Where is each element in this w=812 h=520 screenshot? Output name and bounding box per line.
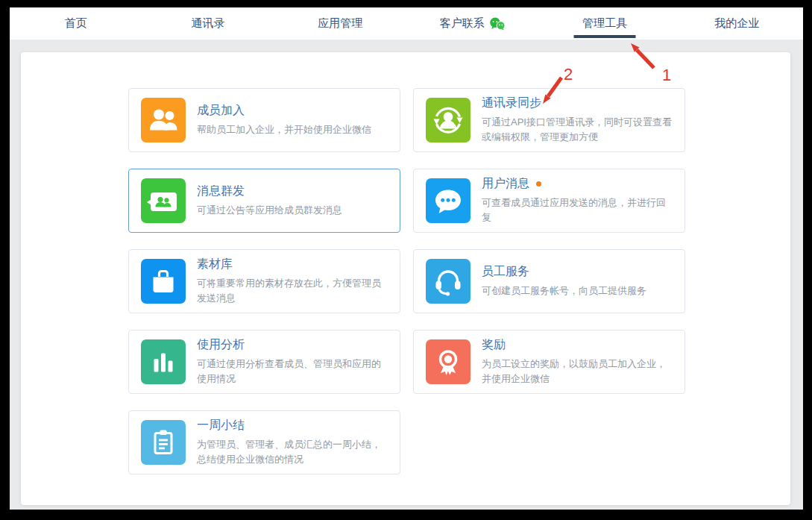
card-text: 一周小结 为管理员、管理者、成员汇总的一周小结，总结使用企业微信的情况	[197, 418, 400, 467]
usage-analysis-icon	[141, 339, 186, 384]
card-text: 通讯录同步 可通过API接口管理通讯录，同时可设置查看或编辑权限，管理更加方便	[482, 95, 684, 145]
card-title: 成员加入	[197, 103, 371, 119]
nav-item-app-management[interactable]: 应用管理	[274, 7, 406, 40]
tools-grid: 成员加入 帮助员工加入企业，并开始使用企业微信	[128, 88, 685, 474]
card-text: 素材库 可将重要常用的素材存放在此，方便管理员发送消息	[197, 257, 400, 306]
card-title: 素材库	[197, 257, 389, 272]
card-text: 使用分析 可通过使用分析查看成员、管理员和应用的使用情况	[197, 337, 400, 386]
card-user-message[interactable]: 用户消息 可查看成员通过应用发送的消息，并进行回复	[413, 169, 685, 233]
card-text: 消息群发 可通过公告等应用给成员群发消息	[197, 184, 353, 218]
card-title: 使用分析	[197, 337, 389, 353]
members-join-icon	[141, 98, 186, 142]
nav-item-contacts[interactable]: 通讯录	[142, 7, 274, 40]
card-title: 一周小结	[197, 418, 389, 433]
weekly-summary-icon	[141, 420, 186, 465]
card-desc: 可创建员工服务帐号，向员工提供服务	[482, 284, 646, 298]
reward-icon	[426, 339, 470, 384]
tools-panel: 成员加入 帮助员工加入企业，并开始使用企业微信	[21, 52, 790, 505]
nav-item-label: 客户联系	[440, 16, 485, 31]
card-text: 成员加入 帮助员工加入企业，并开始使用企业微信	[197, 103, 382, 137]
card-desc: 为员工设立的奖励，以鼓励员工加入企业，并使用企业微信	[482, 357, 674, 386]
card-reward[interactable]: 奖励 为员工设立的奖励，以鼓励员工加入企业，并使用企业微信	[413, 330, 685, 394]
card-desc: 可将重要常用的素材存放在此，方便管理员发送消息	[197, 276, 389, 306]
card-usage-analysis[interactable]: 使用分析 可通过使用分析查看成员、管理员和应用的使用情况	[128, 330, 400, 394]
card-title: 用户消息	[482, 176, 674, 192]
page-background: 成员加入 帮助员工加入企业，并开始使用企业微信	[10, 40, 803, 510]
nav-item-my-company[interactable]: 我的企业	[671, 7, 803, 40]
contacts-sync-icon	[426, 98, 470, 142]
card-message-broadcast[interactable]: 消息群发 可通过公告等应用给成员群发消息	[128, 169, 400, 233]
tools-column-left: 成员加入 帮助员工加入企业，并开始使用企业微信	[128, 88, 400, 474]
message-broadcast-icon	[141, 178, 186, 223]
nav-item-home[interactable]: 首页	[10, 7, 142, 40]
tools-column-right: 通讯录同步 可通过API接口管理通讯录，同时可设置查看或编辑权限，管理更加方便	[413, 88, 685, 474]
card-desc: 帮助员工加入企业，并开始使用企业微信	[197, 122, 371, 137]
nav-item-label: 应用管理	[318, 16, 362, 31]
card-desc: 可查看成员通过应用发送的消息，并进行回复	[482, 195, 674, 225]
card-title: 员工服务	[482, 264, 646, 280]
card-desc: 可通过公告等应用给成员群发消息	[197, 203, 342, 218]
card-weekly-summary[interactable]: 一周小结 为管理员、管理者、成员汇总的一周小结，总结使用企业微信的情况	[128, 410, 400, 474]
top-navbar: 首页 通讯录 应用管理 客户联系 管理工具 我的企业	[10, 7, 803, 40]
nav-item-label: 管理工具	[582, 16, 627, 31]
nav-item-label: 通讯录	[191, 16, 224, 31]
card-title: 奖励	[482, 337, 674, 353]
card-employee-service[interactable]: 员工服务 可创建员工服务帐号，向员工提供服务	[413, 249, 685, 313]
card-title: 消息群发	[197, 184, 342, 199]
card-desc: 可通过API接口管理通讯录，同时可设置查看或编辑权限，管理更加方便	[482, 115, 674, 145]
card-text: 员工服务 可创建员工服务帐号，向员工提供服务	[482, 264, 657, 298]
card-text: 用户消息 可查看成员通过应用发送的消息，并进行回复	[482, 176, 684, 225]
card-desc: 可通过使用分析查看成员、管理员和应用的使用情况	[197, 357, 389, 386]
nav-item-customer-contact[interactable]: 客户联系	[406, 7, 538, 40]
unread-dot-badge	[536, 181, 541, 187]
nav-item-admin-tools[interactable]: 管理工具	[538, 7, 670, 40]
card-contacts-sync[interactable]: 通讯录同步 可通过API接口管理通讯录，同时可设置查看或编辑权限，管理更加方便	[413, 88, 685, 152]
card-member-join[interactable]: 成员加入 帮助员工加入企业，并开始使用企业微信	[128, 88, 400, 152]
nav-item-label: 首页	[65, 16, 87, 31]
material-library-icon	[141, 259, 186, 304]
wechat-icon	[489, 17, 506, 31]
employee-service-icon	[426, 259, 470, 304]
card-material-library[interactable]: 素材库 可将重要常用的素材存放在此，方便管理员发送消息	[128, 249, 400, 313]
nav-item-label: 我的企业	[714, 16, 759, 31]
card-title: 通讯录同步	[482, 95, 674, 111]
active-tab-underline	[573, 35, 635, 38]
card-desc: 为管理员、管理者、成员汇总的一周小结，总结使用企业微信的情况	[197, 437, 389, 467]
card-text: 奖励 为员工设立的奖励，以鼓励员工加入企业，并使用企业微信	[482, 337, 684, 386]
user-message-icon	[426, 178, 470, 223]
